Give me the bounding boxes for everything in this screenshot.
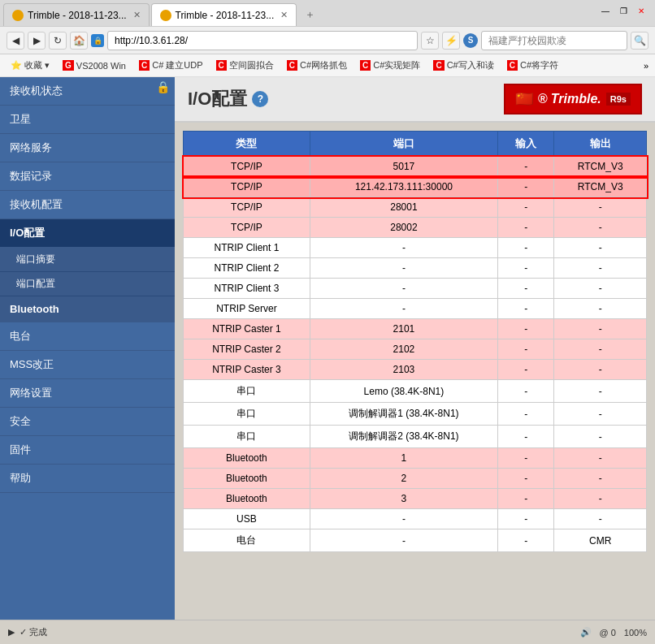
table-cell: - bbox=[554, 319, 647, 339]
sidebar-item-status[interactable]: 接收机状态 bbox=[0, 77, 175, 106]
bookmark-button[interactable]: ☆ bbox=[421, 32, 439, 50]
bm-icon-write: C bbox=[433, 60, 444, 71]
bookmark-network[interactable]: CC#网络抓包 bbox=[283, 58, 351, 73]
table-row[interactable]: Bluetooth3-- bbox=[184, 489, 647, 509]
bm-label-favorites: 收藏 ▾ bbox=[24, 59, 50, 71]
table-cell: NTRIP Caster 1 bbox=[184, 319, 310, 339]
bookmarks-more[interactable]: » bbox=[644, 61, 648, 71]
table-cell: 电台 bbox=[184, 529, 310, 552]
new-tab-button[interactable]: ＋ bbox=[298, 4, 322, 25]
minimize-button[interactable]: — bbox=[598, 3, 613, 18]
bm-icon-vs: G bbox=[63, 60, 74, 71]
bm-icon-circle: C bbox=[216, 60, 227, 71]
table-row[interactable]: TCP/IP5017-RTCM_V3 bbox=[184, 157, 647, 177]
table-cell: - bbox=[498, 279, 554, 299]
speed-button[interactable]: ⚡ bbox=[442, 32, 460, 50]
table-cell: RTCM_V3 bbox=[554, 177, 647, 197]
table-cell: - bbox=[498, 426, 554, 448]
tab-icon-2 bbox=[160, 10, 171, 21]
reload-button[interactable]: ↻ bbox=[49, 32, 67, 50]
table-row[interactable]: TCP/IP121.42.173.111:30000-RTCM_V3 bbox=[184, 177, 647, 197]
table-cell: NTRIP Client 2 bbox=[184, 258, 310, 279]
tab-2-close[interactable]: ✕ bbox=[280, 10, 288, 20]
sidebar-item-data-record[interactable]: 数据记录 bbox=[0, 162, 175, 191]
help-button[interactable]: ? bbox=[252, 91, 268, 107]
table-cell: - bbox=[498, 258, 554, 279]
bookmark-circle[interactable]: C空间圆拟合 bbox=[212, 58, 278, 73]
bookmark-favorites[interactable]: ⭐收藏 ▾ bbox=[7, 58, 54, 73]
table-row[interactable]: NTRIP Caster 32103-- bbox=[184, 360, 647, 380]
sidebar-sub-port-summary[interactable]: 端口摘要 bbox=[0, 248, 175, 272]
table-row[interactable]: NTRIP Client 2--- bbox=[184, 258, 647, 279]
table-row[interactable]: 串口调制解调器1 (38.4K-8N1)-- bbox=[184, 403, 647, 426]
back-button[interactable]: ◀ bbox=[7, 32, 24, 50]
table-cell: - bbox=[310, 279, 497, 299]
sidebar-item-firmware[interactable]: 固件 bbox=[0, 436, 175, 465]
sidebar-item-receiver-config[interactable]: 接收机配置 bbox=[0, 191, 175, 219]
table-row[interactable]: NTRIP Client 3--- bbox=[184, 279, 647, 299]
sidebar-item-help[interactable]: 帮助 bbox=[0, 465, 175, 493]
col-input: 输入 bbox=[498, 132, 554, 157]
table-cell: 串口 bbox=[184, 426, 310, 448]
table-row[interactable]: TCP/IP28002-- bbox=[184, 218, 647, 238]
table-cell: 串口 bbox=[184, 403, 310, 426]
status-right: 🔊 @ 0 100% bbox=[580, 627, 647, 638]
address-input[interactable] bbox=[107, 31, 418, 50]
right-panel: I/O配置 ? 🇨🇳 ® Trimble. R9s 类型 端口 输入 bbox=[175, 77, 655, 620]
table-cell: - bbox=[310, 258, 497, 279]
bm-icon-char: C bbox=[507, 60, 518, 71]
tab-1-close[interactable]: ✕ bbox=[133, 10, 141, 20]
sidebar-item-mss[interactable]: MSS改正 bbox=[0, 351, 175, 379]
table-cell: - bbox=[498, 360, 554, 380]
close-button[interactable]: ✕ bbox=[634, 3, 648, 18]
sidebar-item-satellite[interactable]: 卫星 bbox=[0, 106, 175, 134]
bookmark-matrix[interactable]: CC#实现矩阵 bbox=[356, 58, 424, 73]
bookmark-vs2008[interactable]: GVS2008 Win bbox=[59, 58, 130, 72]
bm-label-udp: C# 建立UDP bbox=[152, 59, 202, 71]
sidebar-item-network-service[interactable]: 网络服务 bbox=[0, 134, 175, 162]
table-cell: 2 bbox=[310, 469, 497, 489]
home-button[interactable]: 🏠 bbox=[70, 32, 88, 50]
security-icon: 🔒 bbox=[91, 34, 104, 47]
sidebar: 🔒 接收机状态 卫星 网络服务 数据记录 接收机配置 I/O配置 端口摘要 端口… bbox=[0, 77, 175, 620]
table-row[interactable]: 串口Lemo (38.4K-8N1)-- bbox=[184, 380, 647, 403]
table-row[interactable]: NTRIP Caster 12101-- bbox=[184, 319, 647, 339]
table-row[interactable]: 电台--CMR bbox=[184, 529, 647, 552]
table-row[interactable]: NTRIP Server--- bbox=[184, 299, 647, 319]
bookmark-write[interactable]: CC#写入和读 bbox=[429, 58, 497, 73]
sidebar-item-io-config[interactable]: I/O配置 bbox=[0, 219, 175, 248]
table-row[interactable]: NTRIP Caster 22102-- bbox=[184, 339, 647, 360]
table-cell: - bbox=[498, 299, 554, 319]
sidebar-item-network-settings[interactable]: 网络设置 bbox=[0, 379, 175, 408]
search-button[interactable]: 🔍 bbox=[631, 32, 648, 50]
table-row[interactable]: 串口调制解调器2 (38.4K-8N1)-- bbox=[184, 426, 647, 448]
search-input[interactable] bbox=[481, 31, 627, 50]
table-cell: TCP/IP bbox=[184, 197, 310, 218]
sidebar-item-bluetooth[interactable]: Bluetooth bbox=[0, 296, 175, 322]
sidebar-sub-port-config[interactable]: 端口配置 bbox=[0, 272, 175, 296]
table-row[interactable]: Bluetooth2-- bbox=[184, 469, 647, 489]
bm-label-char: C#将字符 bbox=[520, 59, 558, 71]
bookmarks-bar: ⭐收藏 ▾ GVS2008 Win CC# 建立UDP C空间圆拟合 CC#网络… bbox=[0, 54, 655, 77]
tab-1[interactable]: Trimble - 2018-11-23... ✕ bbox=[3, 3, 150, 26]
table-cell: - bbox=[554, 469, 647, 489]
table-cell: 28002 bbox=[310, 218, 497, 238]
forward-button[interactable]: ▶ bbox=[28, 32, 46, 50]
table-row[interactable]: USB--- bbox=[184, 509, 647, 529]
lock-icon: 🔒 bbox=[156, 80, 170, 93]
table-row[interactable]: NTRIP Client 1--- bbox=[184, 238, 647, 258]
bookmark-char[interactable]: CC#将字符 bbox=[503, 58, 562, 73]
table-cell: 2103 bbox=[310, 360, 497, 380]
sidebar-item-radio[interactable]: 电台 bbox=[0, 322, 175, 351]
table-cell: CMR bbox=[554, 529, 647, 552]
table-cell: RTCM_V3 bbox=[554, 157, 647, 177]
bookmark-udp[interactable]: CC# 建立UDP bbox=[135, 58, 207, 73]
table-row[interactable]: TCP/IP28001-- bbox=[184, 197, 647, 218]
sidebar-item-security[interactable]: 安全 bbox=[0, 408, 175, 436]
table-cell: 调制解调器2 (38.4K-8N1) bbox=[310, 426, 497, 448]
col-port: 端口 bbox=[310, 132, 497, 157]
zoom-level: 100% bbox=[624, 628, 647, 638]
table-row[interactable]: Bluetooth1-- bbox=[184, 448, 647, 469]
tab-2[interactable]: Trimble - 2018-11-23... ✕ bbox=[151, 3, 297, 26]
restore-button[interactable]: ❐ bbox=[616, 3, 631, 18]
